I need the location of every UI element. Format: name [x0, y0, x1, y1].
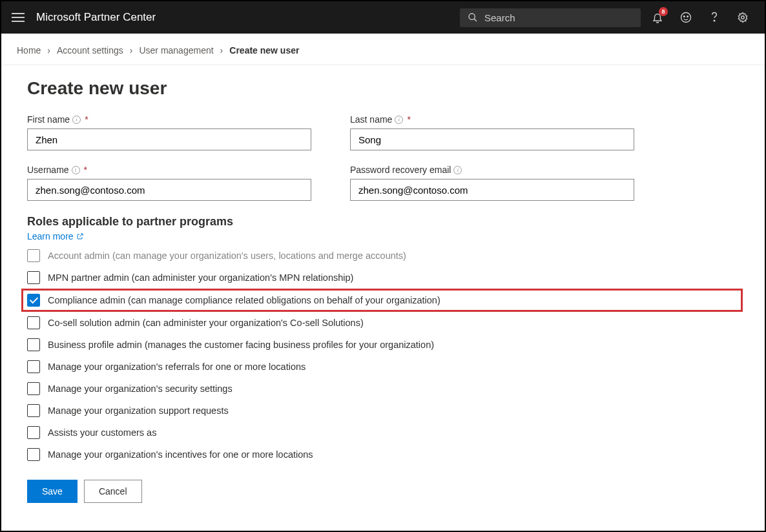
- learn-more-link[interactable]: Learn more: [27, 231, 84, 241]
- first-name-input[interactable]: [27, 128, 311, 150]
- recovery-email-label-text: Password recovery email: [350, 165, 451, 175]
- cancel-button[interactable]: Cancel: [84, 480, 142, 503]
- breadcrumb-link-account-settings[interactable]: Account settings: [57, 45, 123, 56]
- svg-point-2: [681, 13, 691, 23]
- search-box[interactable]: Search: [460, 8, 641, 27]
- last-name-label: Last name i *: [350, 114, 634, 125]
- role-label: Manage your organization's referrals for…: [48, 362, 305, 372]
- svg-point-4: [687, 16, 688, 17]
- role-item: Business profile admin (manages the cust…: [27, 334, 739, 356]
- notifications-button[interactable]: 8: [651, 11, 664, 24]
- smiley-icon: [680, 12, 692, 23]
- header-icon-group: 8: [651, 11, 754, 24]
- page-title: Create new user: [27, 78, 739, 99]
- feedback-button[interactable]: [679, 11, 692, 24]
- svg-point-0: [469, 14, 475, 19]
- svg-point-6: [741, 16, 745, 19]
- role-checkbox[interactable]: [27, 360, 40, 373]
- breadcrumb-link-home[interactable]: Home: [17, 45, 41, 56]
- role-label: Business profile admin (manages the cust…: [48, 340, 434, 350]
- roles-list: Account admin (can manage your organizat…: [27, 249, 739, 466]
- roles-section-title: Roles applicable to partner programs: [27, 215, 739, 229]
- breadcrumb-current: Create new user: [229, 45, 299, 56]
- gear-icon: [737, 12, 749, 23]
- role-label: Manage your organization's incentives fo…: [48, 449, 313, 460]
- app-header: Microsoft Partner Center Search 8: [1, 1, 765, 34]
- last-name-input[interactable]: [350, 128, 634, 150]
- hamburger-menu-icon[interactable]: [12, 11, 25, 24]
- required-mark: *: [407, 114, 410, 125]
- search-icon: [468, 12, 478, 23]
- svg-point-5: [714, 20, 715, 21]
- first-name-label-text: First name: [27, 114, 70, 125]
- role-label: Compliance admin (can manage compliance …: [48, 295, 440, 305]
- save-button[interactable]: Save: [27, 480, 78, 503]
- recovery-email-field-group: Password recovery email i: [350, 165, 634, 201]
- recovery-email-label: Password recovery email i: [350, 165, 634, 175]
- role-checkbox[interactable]: [27, 294, 40, 307]
- question-icon: [709, 11, 719, 24]
- role-item: Compliance admin (can manage compliance …: [21, 289, 743, 312]
- settings-button[interactable]: [736, 11, 749, 24]
- role-label: Manage your organization support request…: [48, 405, 229, 416]
- username-input[interactable]: [27, 179, 311, 201]
- role-label: Account admin (can manage your organizat…: [48, 251, 406, 261]
- role-item: Manage your organization support request…: [27, 400, 739, 422]
- app-title: Microsoft Partner Center: [36, 11, 156, 24]
- role-label: MPN partner admin (can administer your o…: [48, 272, 353, 283]
- chevron-right-icon: ›: [130, 45, 133, 56]
- role-item: Assists your customers as: [27, 422, 739, 444]
- info-icon[interactable]: i: [72, 116, 81, 124]
- main-content: Create new user First name i * Last name…: [1, 65, 765, 516]
- username-label: Username i *: [27, 165, 311, 175]
- role-label: Manage your organization's security sett…: [48, 384, 233, 394]
- search-placeholder: Search: [484, 12, 515, 23]
- info-icon[interactable]: i: [453, 166, 462, 174]
- role-item: MPN partner admin (can administer your o…: [27, 267, 739, 289]
- info-icon[interactable]: i: [72, 166, 80, 174]
- username-label-text: Username: [27, 165, 69, 175]
- svg-line-1: [474, 19, 477, 21]
- info-icon[interactable]: i: [395, 116, 403, 124]
- help-button[interactable]: [708, 11, 721, 24]
- chevron-right-icon: ›: [220, 45, 223, 56]
- role-item: Manage your organization's security sett…: [27, 378, 739, 400]
- required-mark: *: [85, 114, 88, 125]
- role-label: Co-sell solution admin (can administer y…: [48, 318, 364, 328]
- role-item: Manage your organization's incentives fo…: [27, 444, 739, 466]
- role-checkbox[interactable]: [27, 382, 40, 395]
- role-checkbox[interactable]: [27, 448, 40, 461]
- learn-more-text: Learn more: [27, 231, 74, 241]
- role-checkbox[interactable]: [27, 249, 40, 262]
- role-label: Assists your customers as: [48, 427, 156, 438]
- breadcrumb: Home › Account settings › User managemen…: [1, 34, 765, 65]
- required-mark: *: [84, 165, 87, 175]
- username-field-group: Username i *: [27, 165, 311, 201]
- external-link-icon: [76, 232, 84, 240]
- notification-badge: 8: [659, 7, 668, 16]
- role-checkbox[interactable]: [27, 271, 40, 284]
- last-name-field-group: Last name i *: [350, 114, 634, 150]
- role-checkbox[interactable]: [27, 316, 40, 329]
- role-item: Co-sell solution admin (can administer y…: [27, 312, 739, 334]
- breadcrumb-link-user-management[interactable]: User management: [139, 45, 213, 56]
- chevron-right-icon: ›: [47, 45, 50, 56]
- recovery-email-input[interactable]: [350, 179, 634, 201]
- first-name-label: First name i *: [27, 114, 311, 125]
- first-name-field-group: First name i *: [27, 114, 311, 150]
- role-checkbox[interactable]: [27, 404, 40, 417]
- role-checkbox[interactable]: [27, 426, 40, 439]
- role-checkbox[interactable]: [27, 338, 40, 351]
- role-item: Account admin (can manage your organizat…: [27, 249, 739, 267]
- svg-point-3: [683, 16, 685, 17]
- last-name-label-text: Last name: [350, 114, 392, 125]
- role-item: Manage your organization's referrals for…: [27, 356, 739, 378]
- button-row: Save Cancel: [27, 480, 739, 503]
